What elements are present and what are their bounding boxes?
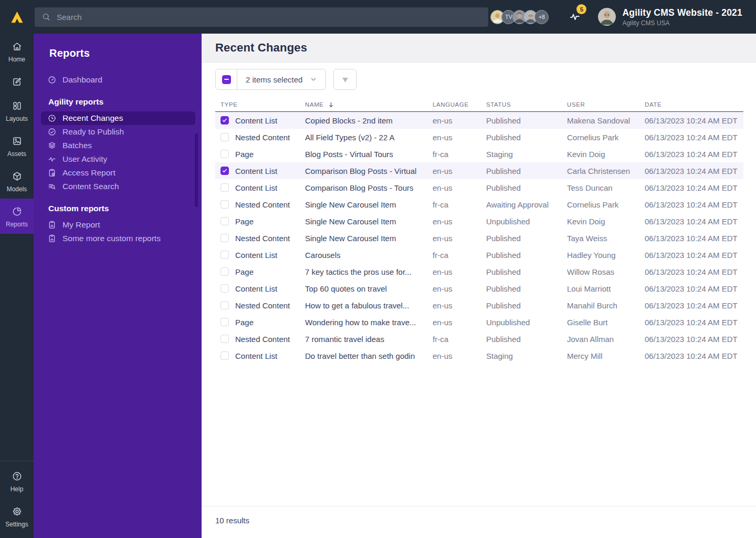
row-checkbox[interactable]: [220, 167, 229, 175]
table-row[interactable]: Nested ContentSingle New Carousel Itemfr…: [215, 196, 743, 213]
row-date: 06/13/2023 10:24 AM EDT: [645, 335, 743, 344]
row-user: Cornelius Park: [567, 200, 645, 209]
row-checkbox[interactable]: [220, 318, 229, 326]
row-checkbox[interactable]: [220, 335, 229, 343]
table-row[interactable]: Nested ContentHow to get a fabulous trav…: [215, 297, 743, 314]
table-row[interactable]: Content ListCopied Blocks - 2nd itemen-u…: [215, 112, 743, 129]
row-user: Taya Weiss: [567, 234, 645, 243]
row-language: en-us: [433, 167, 486, 175]
sidebar-item-user-activity[interactable]: User Activity: [41, 152, 195, 166]
row-checkbox-cell: [220, 318, 235, 326]
column-header-status[interactable]: STATUS: [486, 101, 567, 108]
table-row[interactable]: PageBlog Posts - Virtual Toursfr-caStagi…: [215, 146, 743, 162]
row-date: 06/13/2023 10:24 AM EDT: [645, 301, 743, 310]
page-header: Recent Changes: [202, 34, 756, 63]
row-status: Published: [486, 301, 567, 310]
sidebar-item-access-report[interactable]: Access Report: [41, 166, 195, 180]
activity-button[interactable]: 5: [569, 11, 581, 23]
sidebar-item-dashboard[interactable]: Dashboard: [41, 73, 195, 87]
row-checkbox[interactable]: [220, 217, 229, 225]
row-checkbox-cell: [220, 217, 235, 225]
table-row[interactable]: Content ListComparison Blog Posts - Tour…: [215, 179, 743, 196]
row-checkbox[interactable]: [220, 234, 229, 242]
row-name: Single New Carousel Item: [305, 217, 433, 226]
rail-item-compose[interactable]: [0, 69, 34, 93]
assets-icon: [12, 136, 23, 147]
row-checkbox[interactable]: [220, 301, 229, 309]
results-footer: 10 results: [202, 506, 756, 538]
sidebar-entries: DashboardAgility reportsRecent ChangesRe…: [47, 73, 189, 245]
row-type: Nested Content: [235, 234, 305, 243]
row-checkbox[interactable]: [220, 267, 229, 276]
row-type: Nested Content: [235, 133, 305, 142]
row-status: Unpublished: [486, 217, 567, 226]
sidebar-item-recent-changes[interactable]: Recent Changes: [41, 111, 195, 125]
select-all-checkbox[interactable]: [216, 69, 237, 89]
user-avatar[interactable]: [598, 8, 616, 26]
sidebar-item-my-report[interactable]: My Report: [41, 218, 195, 232]
table-row[interactable]: Content ListTop 60 quotes on travelen-us…: [215, 280, 743, 297]
column-header-user[interactable]: USER: [567, 101, 645, 108]
table-row[interactable]: Content ListDo travel better than seth g…: [215, 347, 743, 364]
sidebar-item-content-search[interactable]: Content Search: [41, 180, 195, 193]
search-bar[interactable]: [35, 7, 488, 27]
reports-sidebar: Reports DashboardAgility reportsRecent C…: [34, 34, 202, 538]
table-row[interactable]: PageWondering how to make trave...en-usU…: [215, 314, 743, 330]
column-header-date[interactable]: DATE: [645, 101, 743, 108]
row-user: Jovan Allman: [567, 335, 645, 344]
rail-item-label: Models: [7, 185, 27, 193]
column-header-name[interactable]: NAME: [305, 101, 433, 109]
filter-button[interactable]: [333, 69, 356, 90]
table-row[interactable]: Nested Content7 romantic travel ideasfr-…: [215, 330, 743, 347]
row-date: 06/13/2023 10:24 AM EDT: [645, 251, 743, 260]
sidebar-item-some-more-custom-reports[interactable]: Some more custom reports: [41, 232, 195, 245]
search-input[interactable]: [57, 13, 481, 22]
row-user: Kevin Doig: [567, 150, 645, 159]
row-name: Carousels: [305, 251, 433, 260]
row-language: fr-ca: [433, 335, 486, 344]
rail-item-help[interactable]: Help: [0, 463, 34, 499]
rail-item-models[interactable]: Models: [0, 163, 34, 199]
row-language: en-us: [433, 234, 486, 243]
sidebar-item-batches[interactable]: Batches: [41, 139, 195, 152]
column-header-language[interactable]: LANGUAGE: [433, 101, 486, 108]
row-checkbox[interactable]: [220, 200, 229, 209]
row-checkbox[interactable]: [220, 150, 229, 158]
column-header-type[interactable]: TYPE: [220, 101, 305, 108]
table-row[interactable]: Nested ContentSingle New Carousel Itemen…: [215, 230, 743, 246]
row-user: Carla Christensen: [567, 167, 645, 175]
dashboard-icon: [47, 75, 57, 85]
agility-logo[interactable]: [0, 9, 34, 25]
table-row[interactable]: Content ListComparison Blog Posts - Virt…: [215, 162, 743, 179]
row-user: Willow Rosas: [567, 267, 645, 276]
row-checkbox[interactable]: [220, 133, 229, 141]
help-icon: [12, 471, 23, 482]
row-checkbox[interactable]: [220, 351, 229, 360]
row-name: Blog Posts - Virtual Tours: [305, 150, 433, 159]
table-row[interactable]: Content ListCarouselsfr-caPublishedHadle…: [215, 246, 743, 263]
sidebar-item-ready-to-publish[interactable]: Ready to Publish: [41, 125, 195, 139]
avatar-group[interactable]: TV+8: [490, 10, 549, 24]
row-checkbox-cell: [220, 301, 235, 309]
table-row[interactable]: PageSingle New Carousel Itemen-usUnpubli…: [215, 213, 743, 230]
row-user: Giselle Burt: [567, 318, 645, 327]
row-checkbox[interactable]: [220, 183, 229, 192]
row-checkbox-cell: [220, 251, 235, 259]
table-row[interactable]: Page7 key tactics the pros use for...en-…: [215, 263, 743, 280]
instance-switcher[interactable]: Agility CMS Website - 2021 Agility CMS U…: [622, 7, 742, 27]
rail-item-home[interactable]: Home: [0, 34, 34, 69]
rail-item-reports[interactable]: Reports: [0, 199, 34, 234]
row-checkbox[interactable]: [220, 116, 229, 125]
table-row[interactable]: Nested ContentAll Field Types (v2) - 22 …: [215, 129, 743, 146]
avatar-initials[interactable]: +8: [534, 10, 549, 24]
row-language: en-us: [433, 133, 486, 142]
rail-item-assets[interactable]: Assets: [0, 128, 34, 163]
row-checkbox[interactable]: [220, 251, 229, 259]
rail-item-layouts[interactable]: Layouts: [0, 93, 34, 128]
row-type: Content List: [235, 284, 305, 293]
sidebar-scrollbar[interactable]: [195, 133, 198, 207]
topbar: TV+8 5 Agility CMS Website - 2021 Agilit…: [0, 0, 756, 34]
rail-item-settings[interactable]: Settings: [0, 499, 34, 534]
selection-dropdown[interactable]: 2 items selected: [237, 69, 326, 89]
row-checkbox[interactable]: [220, 284, 229, 293]
